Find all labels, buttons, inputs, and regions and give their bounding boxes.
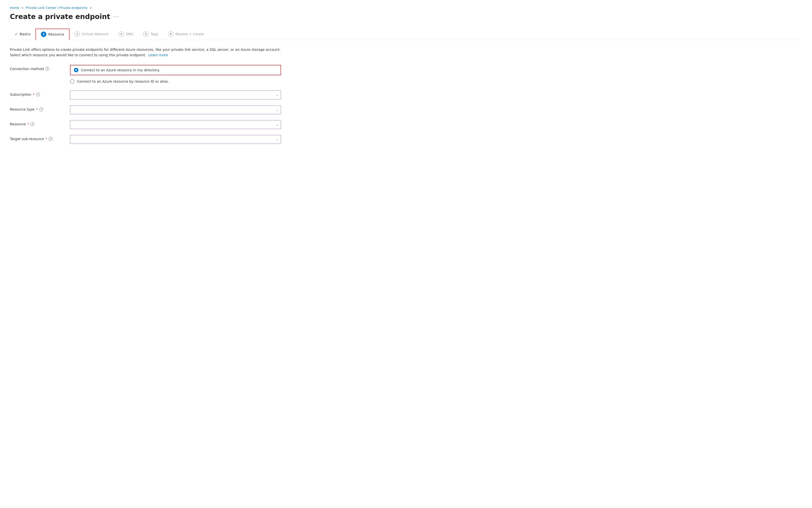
connection-method-option-2[interactable]: Connect to an Azure resource by resource… — [70, 78, 281, 85]
target-sub-resource-select[interactable] — [70, 135, 281, 144]
target-sub-resource-info-icon[interactable]: i — [49, 137, 52, 141]
page-title: Create a private endpoint — [10, 12, 110, 21]
tab-dns[interactable]: 4 DNS — [114, 29, 138, 40]
subscription-row: Subscription * i ⌄ — [10, 91, 281, 99]
tab-review-create[interactable]: 6 Review + create — [163, 29, 209, 40]
connection-method-options: Connect to an Azure resource in my direc… — [70, 65, 281, 85]
target-sub-resource-row: Target sub-resource * i ⌄ — [10, 135, 281, 144]
tab-tags[interactable]: 5 Tags — [138, 29, 163, 40]
resource-type-info-icon[interactable]: i — [39, 107, 43, 111]
page-menu-icon[interactable]: ··· — [113, 14, 119, 20]
tab-tags-number: 5 — [143, 31, 149, 37]
connection-method-label: Connection method i — [10, 65, 64, 71]
tab-resource-label: Resource — [48, 32, 64, 36]
resource-row: Resource * i ⌄ — [10, 120, 281, 129]
resource-label: Resource * i — [10, 120, 64, 126]
resource-type-select[interactable] — [70, 105, 281, 114]
target-sub-resource-input-area: ⌄ — [70, 135, 281, 144]
connection-method-row: Connection method i Connect to an Azure … — [10, 65, 281, 85]
tab-virtual-network-number: 3 — [75, 31, 80, 37]
radio-label-2: Connect to an Azure resource by resource… — [77, 79, 169, 83]
description-text: Private Link offers options to create pr… — [10, 47, 281, 58]
radio-label-1: Connect to an Azure resource in my direc… — [81, 68, 160, 72]
subscription-select[interactable] — [70, 91, 281, 99]
wizard-tabs: ✓ Basics 2 Resource 3 Virtual Network 4 … — [10, 29, 802, 40]
tab-basics-label: Basics — [20, 32, 31, 36]
resource-info-icon[interactable]: i — [30, 122, 34, 126]
form-section: Connection method i Connect to an Azure … — [10, 65, 281, 144]
radio-1 — [74, 68, 79, 72]
subscription-required: * — [33, 92, 35, 96]
tab-basics[interactable]: ✓ Basics — [10, 30, 36, 39]
target-sub-resource-required: * — [45, 137, 47, 141]
breadcrumb-private-link[interactable]: Private Link Center | Private endpoints — [26, 6, 87, 10]
subscription-info-icon[interactable]: i — [36, 92, 40, 96]
resource-required: * — [27, 122, 29, 126]
breadcrumb: Home > Private Link Center | Private end… — [10, 6, 802, 10]
resource-type-label: Resource type * i — [10, 105, 64, 111]
connection-method-option-1[interactable]: Connect to an Azure resource in my direc… — [70, 65, 281, 75]
resource-select[interactable] — [70, 120, 281, 129]
breadcrumb-sep-2: > — [90, 6, 92, 10]
tab-review-label: Review + create — [176, 32, 204, 36]
tab-tags-label: Tags — [151, 32, 158, 36]
breadcrumb-home[interactable]: Home — [10, 6, 19, 10]
subscription-label: Subscription * i — [10, 91, 64, 96]
resource-input-area: ⌄ — [70, 120, 281, 129]
tab-review-number: 6 — [168, 31, 174, 37]
tab-resource[interactable]: 2 Resource — [36, 29, 69, 40]
resource-type-input-area: ⌄ — [70, 105, 281, 114]
resource-type-required: * — [36, 107, 38, 111]
tab-resource-number: 2 — [41, 32, 46, 37]
target-sub-resource-label: Target sub-resource * i — [10, 135, 64, 141]
tab-virtual-network[interactable]: 3 Virtual Network — [69, 29, 114, 40]
tab-virtual-network-label: Virtual Network — [82, 32, 109, 36]
radio-2 — [70, 79, 75, 84]
learn-more-link[interactable]: Learn more — [148, 53, 168, 57]
tab-dns-label: DNS — [126, 32, 133, 36]
subscription-input-area: ⌄ — [70, 91, 281, 99]
connection-method-info-icon[interactable]: i — [45, 67, 49, 71]
tab-dns-number: 4 — [118, 31, 124, 37]
resource-type-row: Resource type * i ⌄ — [10, 105, 281, 114]
tab-basics-check: ✓ — [15, 32, 18, 36]
breadcrumb-sep-1: > — [21, 6, 23, 10]
